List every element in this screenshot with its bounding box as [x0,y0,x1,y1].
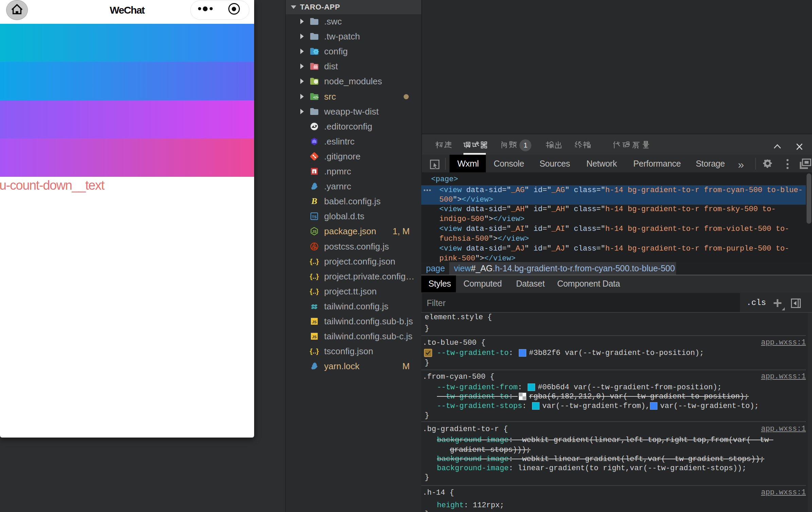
svg-text:{..}: {..} [310,258,319,265]
svg-text:TS: TS [312,215,317,219]
svg-text:{..}: {..} [310,347,319,355]
svg-text:JS: JS [312,335,316,339]
svg-text:{..}: {..} [310,288,319,295]
svg-text:JS: JS [312,320,316,324]
svg-text:</>: </> [313,95,319,99]
svg-text:{..}: {..} [310,273,319,280]
svg-text:JS: JS [312,229,316,234]
svg-text:B: B [311,197,317,206]
